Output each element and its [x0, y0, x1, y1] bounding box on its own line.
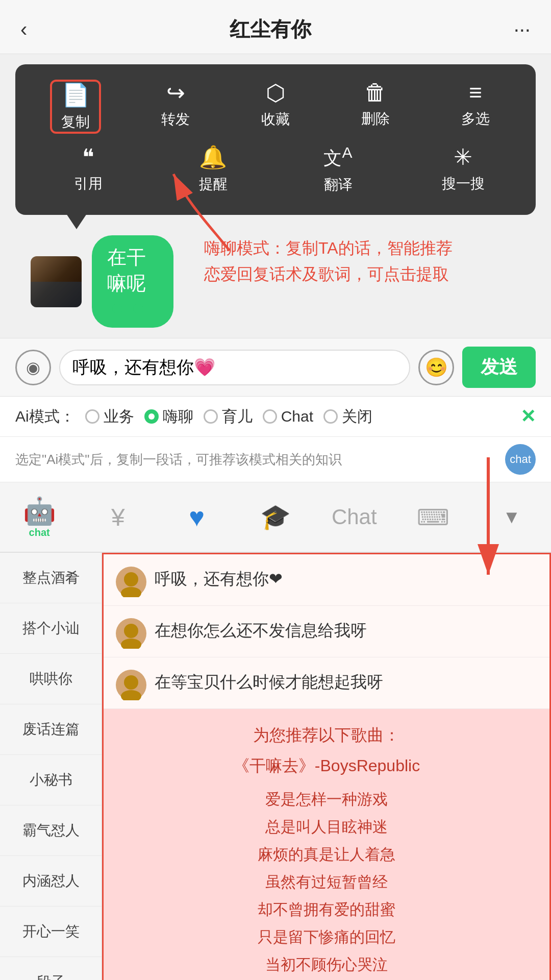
info-bar-text: 选定"Ai模式"后，复制一段话，可推荐该模式相关的知识	[15, 451, 342, 469]
graduate-icon: 🎓	[260, 503, 291, 531]
radio-circle-yuer	[204, 409, 218, 424]
input-area: ◉ 😊 发送	[0, 338, 551, 397]
more-button[interactable]: ···	[514, 18, 531, 41]
radio-label-chat: Chat	[281, 408, 313, 425]
ai-mode-label: Ai模式：	[15, 406, 75, 427]
context-menu-row-1: 📄 复制 ↪ 转发 ⬡ 收藏 🗑 删除 ≡ 多选	[26, 80, 525, 134]
svg-point-2	[124, 572, 138, 586]
response-item-2[interactable]: 在等宝贝什么时候才能想起我呀	[104, 657, 549, 709]
keyboard-icon: ⌨	[417, 504, 449, 530]
content-panel: 呼吸，还有想你❤ 在想你怎么还不发信息给我呀 在等宝贝什么时候才能想起我呀	[102, 553, 551, 980]
multiselect-label: 多选	[461, 109, 490, 129]
radio-yewu[interactable]: 业务	[85, 406, 134, 427]
robot-label: chat	[29, 527, 50, 538]
send-button[interactable]: 发送	[462, 347, 536, 388]
sidebar-item-3[interactable]: 废话连篇	[0, 704, 102, 755]
ai-mode-bar: Ai模式： 业务 嗨聊 育儿 Chat 关闭 ✕	[0, 397, 551, 437]
header: ‹ 红尘有你 ···	[0, 0, 551, 54]
robot-icon: 🤖	[23, 496, 56, 527]
toolbar-heart[interactable]: ♥	[158, 497, 236, 537]
sidebar-item-6[interactable]: 内涵怼人	[0, 856, 102, 906]
quote-icon: ❝	[82, 144, 94, 170]
copy-menu-item[interactable]: 📄 复制	[50, 80, 101, 134]
toolbar: 🤖 chat ¥ ♥ 🎓 Chat ⌨ ▼	[0, 482, 551, 553]
lyric-0: 爱是怎样一种游戏	[119, 786, 534, 813]
sidebar-item-4[interactable]: 小秘书	[0, 755, 102, 805]
radio-haijiao[interactable]: 嗨聊	[144, 406, 193, 427]
info-chat-icon[interactable]: chat	[505, 444, 536, 475]
chat-icon-label: chat	[510, 453, 531, 466]
svg-point-6	[124, 675, 138, 690]
voice-button[interactable]: ◉	[15, 350, 51, 385]
svg-point-4	[124, 624, 138, 638]
back-button[interactable]: ‹	[20, 18, 27, 41]
response-item-0[interactable]: 呼吸，还有想你❤	[104, 554, 549, 606]
copy-icon: 📄	[62, 82, 90, 108]
search-menu-item[interactable]: ✳ 搜一搜	[438, 144, 489, 194]
multiselect-menu-item[interactable]: ≡ 多选	[450, 80, 501, 134]
toolbar-robot[interactable]: 🤖 chat	[0, 491, 79, 544]
info-bar: 选定"Ai模式"后，复制一段话，可推荐该模式相关的知识 chat	[0, 437, 551, 482]
money-icon: ¥	[111, 503, 125, 531]
radio-label-close: 关闭	[342, 406, 372, 427]
song-intro: 为您推荐以下歌曲：	[119, 724, 534, 747]
sidebar-item-1[interactable]: 搭个小讪	[0, 603, 102, 654]
response-text-1: 在想你怎么还不发信息给我呀	[155, 618, 537, 643]
multiselect-icon: ≡	[469, 80, 482, 105]
toolbar-money[interactable]: ¥	[79, 498, 157, 536]
lyric-6: 当初不顾伤心哭泣	[119, 951, 534, 978]
response-text-2: 在等宝贝什么时候才能想起我呀	[155, 670, 537, 694]
delete-menu-item[interactable]: 🗑 删除	[350, 80, 401, 134]
emoji-icon: 😊	[425, 357, 448, 378]
delete-label: 删除	[361, 109, 390, 129]
lyric-2: 麻烦的真是让人着急	[119, 841, 534, 868]
response-item-1[interactable]: 在想你怎么还不发信息给我呀	[104, 606, 549, 657]
toolbar-keyboard[interactable]: ⌨	[393, 499, 472, 535]
svg-point-5	[121, 639, 141, 649]
lyric-5: 只是留下惨痛的回忆	[119, 923, 534, 951]
collect-icon: ⬡	[266, 80, 285, 106]
voice-icon: ◉	[26, 358, 40, 377]
radio-circle-yewu	[85, 409, 99, 424]
radio-label-haijiao: 嗨聊	[163, 406, 193, 427]
message-input[interactable]	[59, 350, 410, 385]
heart-icon: ♥	[189, 502, 205, 532]
radio-yuer[interactable]: 育儿	[204, 406, 253, 427]
context-menu: 📄 复制 ↪ 转发 ⬡ 收藏 🗑 删除 ≡ 多选 ❝ 引用 🔔 提醒 文A	[15, 64, 536, 215]
quote-menu-item[interactable]: ❝ 引用	[63, 144, 114, 194]
lyric-4: 却不曾拥有爱的甜蜜	[119, 896, 534, 923]
forward-menu-item[interactable]: ↪ 转发	[150, 80, 201, 134]
emoji-button[interactable]: 😊	[418, 350, 454, 385]
toolbar-graduate[interactable]: 🎓	[236, 498, 315, 536]
chat-bubble: 在干嘛呢	[92, 235, 173, 328]
remind-menu-item[interactable]: 🔔 提醒	[188, 144, 239, 194]
toolbar-chat-text[interactable]: Chat	[315, 500, 393, 534]
radio-chat[interactable]: Chat	[263, 408, 313, 425]
annotation-text: 嗨聊模式：复制TA的话，智能推荐 恋爱回复话术及歌词，可点击提取	[204, 235, 541, 287]
copy-label: 复制	[61, 112, 90, 132]
sidebar-item-7[interactable]: 开心一笑	[0, 906, 102, 957]
lyric-1: 总是叫人目眩神迷	[119, 813, 534, 841]
response-avatar-0	[116, 567, 146, 597]
sidebar-item-0[interactable]: 整点酒肴	[0, 553, 102, 603]
radio-label-yuer: 育儿	[222, 406, 253, 427]
sidebar-item-2[interactable]: 哄哄你	[0, 654, 102, 704]
translate-icon: 文A	[323, 144, 352, 171]
search-label: 搜一搜	[442, 174, 485, 193]
translate-menu-item[interactable]: 文A 翻译	[313, 144, 364, 194]
dropdown-icon: ▼	[503, 506, 521, 528]
chat-area: 在干嘛呢	[15, 225, 189, 338]
radio-close[interactable]: 关闭	[323, 406, 372, 427]
sidebar: 整点酒肴 搭个小讪 哄哄你 废话连篇 小秘书 霸气怼人 内涵怼人 开心一笑 段子…	[0, 553, 102, 980]
collect-menu-item[interactable]: ⬡ 收藏	[250, 80, 301, 134]
sidebar-item-8[interactable]: 段子	[0, 957, 102, 980]
search-icon: ✳	[454, 144, 472, 170]
sidebar-item-5[interactable]: 霸气怼人	[0, 805, 102, 856]
chat-text-icon: Chat	[332, 505, 377, 529]
chat-avatar	[31, 256, 82, 307]
toolbar-dropdown[interactable]: ▼	[472, 501, 551, 533]
delete-icon: 🗑	[364, 80, 387, 105]
radio-label-yewu: 业务	[104, 406, 134, 427]
remind-label: 提醒	[199, 175, 228, 194]
ai-close-button[interactable]: ✕	[520, 406, 536, 427]
